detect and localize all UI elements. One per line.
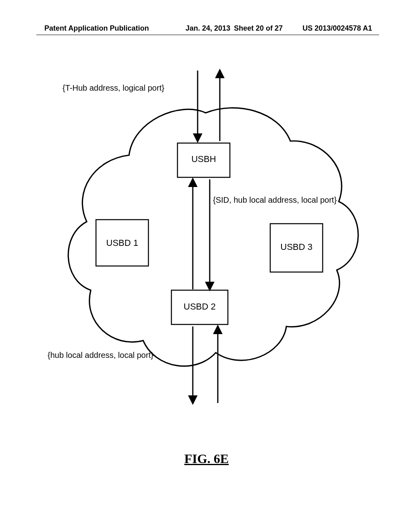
label-bottom: {hub local address, local port} [48, 351, 153, 360]
label-usbd1: USBD 1 [96, 238, 148, 248]
label-usbd3: USBD 3 [270, 242, 323, 252]
label-top: {T-Hub address, logical port} [63, 83, 164, 93]
label-usbd2: USBD 2 [171, 301, 228, 312]
label-mid: {SID, hub local address, local port} [213, 195, 337, 205]
figure-caption: FIG. 6E [0, 451, 413, 466]
label-usbh: USBH [177, 154, 230, 164]
